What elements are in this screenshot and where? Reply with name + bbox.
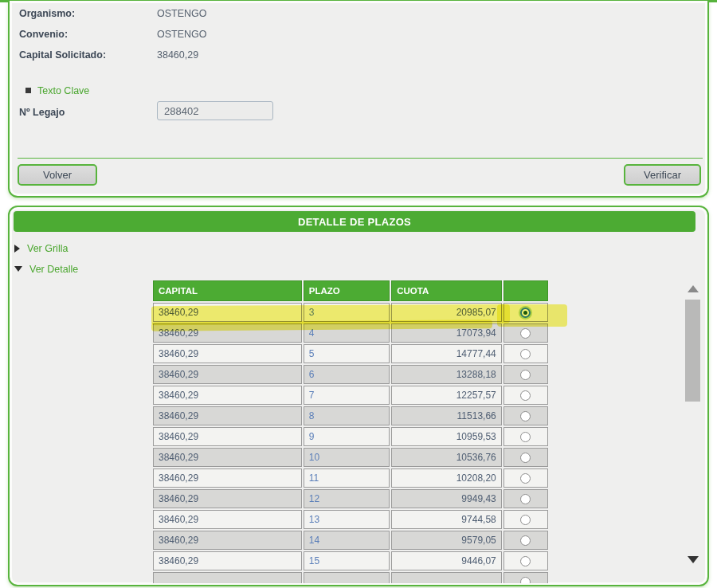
- plazo-radio-button[interactable]: [520, 349, 531, 359]
- capital-cell: 38460,29: [153, 386, 302, 405]
- plazo-cell: 7: [304, 386, 390, 405]
- cuota-cell: 10208,20: [391, 468, 502, 488]
- plazo-cell: 10: [304, 448, 390, 467]
- table-row: 38460,29 4 17073,94: [153, 323, 548, 343]
- plazo-cell: [304, 572, 390, 583]
- cuota-column-header: CUOTA: [391, 280, 502, 301]
- plazos-table-body: 38460,29 3 20985,07 38460,29 4 17073,94 …: [153, 303, 548, 583]
- cuota-cell: [391, 572, 502, 583]
- organismo-value: OSTENGO: [157, 8, 207, 19]
- plazo-cell: 14: [304, 531, 390, 550]
- verificar-button[interactable]: Verificar: [624, 164, 701, 186]
- cuota-cell: 9744,58: [391, 510, 502, 529]
- plazo-radio-button[interactable]: [520, 473, 531, 484]
- plazo-radio-button[interactable]: [520, 411, 531, 421]
- plazos-table: CAPITAL PLAZO CUOTA 38460,29 3 20985,07 …: [151, 279, 550, 583]
- table-row: 38460,29 3 20985,07: [153, 303, 548, 322]
- capital-solicitado-value: 38460,29: [157, 49, 198, 61]
- table-row: 38460,29 15 9446,07: [153, 551, 548, 570]
- table-row: 38460,29 11 10208,20: [153, 468, 548, 488]
- cuota-cell: 11513,66: [391, 406, 502, 425]
- table-row: 38460,29 9 10959,53: [153, 427, 548, 446]
- expanded-triangle-icon: [14, 266, 22, 272]
- form-separator: [18, 158, 703, 159]
- capital-cell: 38460,29: [153, 531, 302, 550]
- cuota-cell: 9579,05: [391, 531, 502, 550]
- detalle-plazos-panel: DETALLE DE PLAZOS Ver Grilla Ver Detalle…: [8, 206, 709, 586]
- table-row: 38460,29 6 13288,18: [153, 365, 548, 384]
- plazos-table-container: CAPITAL PLAZO CUOTA 38460,29 3 20985,07 …: [151, 279, 553, 583]
- convenio-label: Convenio:: [19, 29, 68, 40]
- ver-grilla-expander[interactable]: Ver Grilla: [14, 243, 68, 254]
- legajo-input[interactable]: [157, 101, 273, 120]
- plazo-radio-button[interactable]: [520, 556, 531, 566]
- table-header-row: CAPITAL PLAZO CUOTA: [153, 280, 548, 301]
- plazo-cell: 9: [304, 427, 390, 446]
- radio-cell: [503, 427, 548, 446]
- plazo-radio-button[interactable]: [520, 308, 531, 318]
- plazo-cell: 12: [304, 489, 390, 508]
- plazo-cell: 15: [304, 551, 390, 570]
- capital-cell: 38460,29: [153, 303, 302, 322]
- plazo-cell: 5: [304, 344, 390, 363]
- capital-cell: 38460,29: [153, 365, 302, 384]
- table-row: 38460,29 10 10536,76: [153, 448, 548, 467]
- convenio-value: OSTENGO: [157, 29, 207, 40]
- texto-clave-expander[interactable]: Texto Clave: [25, 85, 89, 96]
- capital-cell: 38460,29: [153, 468, 302, 488]
- volver-button[interactable]: Volver: [18, 164, 97, 186]
- capital-cell: 38460,29: [153, 344, 302, 363]
- radio-cell: [503, 510, 548, 529]
- plazo-radio-button[interactable]: [520, 494, 531, 504]
- cuota-cell: 17073,94: [391, 323, 502, 343]
- capital-cell: 38460,29: [153, 510, 302, 529]
- plazo-cell: 13: [304, 510, 390, 529]
- collapsed-triangle-icon: [14, 245, 20, 253]
- radio-cell: [503, 323, 548, 343]
- table-row: 38460,29 5 14777,44: [153, 344, 548, 363]
- organismo-label: Organismo:: [19, 8, 75, 19]
- scrollbar-thumb[interactable]: [685, 300, 700, 402]
- radio-cell: [503, 365, 548, 384]
- scrollbar-down-arrow-icon[interactable]: [688, 556, 699, 563]
- plazo-cell: 6: [304, 365, 390, 384]
- plazo-radio-button[interactable]: [520, 577, 531, 583]
- cuota-cell: 13288,18: [391, 365, 502, 384]
- scrollbar-up-arrow-icon[interactable]: [688, 285, 699, 292]
- plazo-radio-button[interactable]: [520, 453, 531, 463]
- radio-cell: [503, 448, 548, 467]
- cuota-cell: 10536,76: [391, 448, 502, 467]
- plazo-radio-button[interactable]: [520, 370, 531, 380]
- legajo-label: Nº Legajo: [19, 107, 65, 118]
- radio-column-header: [503, 280, 548, 301]
- plazo-radio-button[interactable]: [520, 390, 531, 401]
- plazo-cell: 8: [304, 406, 390, 425]
- table-row: 38460,29 13 9744,58: [153, 510, 548, 529]
- capital-column-header: CAPITAL: [153, 280, 302, 301]
- plazo-radio-button[interactable]: [520, 515, 531, 525]
- capital-cell: 38460,29: [153, 323, 302, 343]
- ver-detalle-label: Ver Detalle: [29, 264, 78, 275]
- plazo-radio-button[interactable]: [520, 432, 531, 442]
- cuota-cell: 14777,44: [391, 344, 502, 363]
- capital-cell: 38460,29: [153, 427, 302, 446]
- cuota-cell: 9949,43: [391, 489, 502, 508]
- ver-detalle-expander[interactable]: Ver Detalle: [14, 264, 78, 275]
- cuota-cell: 9446,07: [391, 551, 502, 570]
- plazo-radio-button[interactable]: [520, 328, 531, 339]
- capital-cell: 38460,29: [153, 448, 302, 467]
- capital-cell: 38460,29: [153, 551, 302, 570]
- radio-cell: [503, 572, 548, 583]
- radio-cell: [503, 303, 548, 322]
- ver-grilla-label: Ver Grilla: [27, 243, 68, 254]
- capital-cell: 38460,29: [153, 406, 302, 425]
- radio-cell: [503, 386, 548, 405]
- texto-clave-label: Texto Clave: [37, 85, 89, 96]
- cuota-cell: 10959,53: [391, 427, 502, 446]
- table-row: [153, 572, 548, 583]
- radio-cell: [503, 406, 548, 425]
- plazo-cell: 11: [304, 468, 390, 488]
- radio-cell: [503, 489, 548, 508]
- cuota-cell: 12257,57: [391, 386, 502, 405]
- plazo-radio-button[interactable]: [520, 535, 531, 546]
